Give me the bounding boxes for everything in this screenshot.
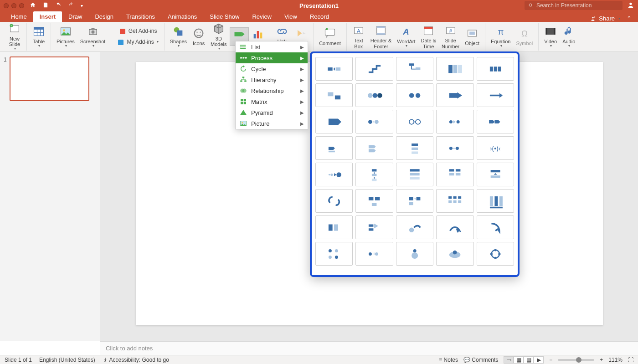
redo-icon[interactable] bbox=[68, 2, 74, 10]
undo-icon[interactable] bbox=[55, 2, 62, 10]
datetime-button[interactable]: Date & Time bbox=[418, 24, 439, 49]
tab-review[interactable]: Review bbox=[246, 11, 278, 22]
smartart-layout-option[interactable] bbox=[396, 189, 433, 213]
smartart-category-relationship[interactable]: Relationship▶ bbox=[236, 85, 308, 96]
object-button[interactable]: Object bbox=[462, 27, 482, 46]
smartart-layout-option[interactable] bbox=[396, 215, 433, 239]
tab-home[interactable]: Home bbox=[5, 11, 33, 22]
smartart-category-picture[interactable]: Picture▶ bbox=[236, 118, 308, 129]
slidenumber-button[interactable]: # Slide Number bbox=[439, 24, 462, 49]
smartart-layout-option[interactable] bbox=[396, 136, 433, 160]
smartart-layout-option[interactable] bbox=[436, 215, 473, 239]
language-status[interactable]: English (United States) bbox=[39, 357, 95, 363]
smartart-layout-option[interactable] bbox=[477, 242, 514, 266]
icons-button[interactable]: Icons bbox=[190, 27, 208, 46]
smartart-layout-option[interactable] bbox=[396, 163, 433, 186]
tab-draw[interactable]: Draw bbox=[62, 11, 88, 22]
smartart-layout-option[interactable]: + bbox=[355, 242, 393, 266]
smartart-layout-option[interactable] bbox=[315, 242, 353, 266]
smartart-category-matrix[interactable]: Matrix▶ bbox=[236, 96, 308, 107]
smartart-layout-option[interactable] bbox=[355, 83, 393, 107]
smartart-layout-option[interactable] bbox=[355, 215, 393, 239]
smartart-layout-option[interactable] bbox=[436, 163, 473, 186]
comment-button[interactable]: Comment bbox=[316, 27, 344, 46]
tab-record[interactable]: Record bbox=[304, 11, 335, 22]
smartart-layout-option[interactable] bbox=[315, 163, 353, 186]
smartart-layout-option[interactable] bbox=[477, 189, 514, 213]
smartart-layout-option[interactable] bbox=[436, 110, 473, 133]
smartart-category-list[interactable]: List▶ bbox=[236, 41, 308, 52]
video-button[interactable]: Video▾ bbox=[541, 25, 560, 48]
zoom-out-button[interactable]: − bbox=[549, 357, 552, 363]
window-controls[interactable] bbox=[4, 3, 24, 8]
wordart-button[interactable]: A WordArt▾ bbox=[394, 25, 418, 48]
comments-toggle[interactable]: 💬 Comments bbox=[463, 357, 498, 363]
fit-window-button[interactable]: ⛶ bbox=[628, 357, 633, 363]
qat-dropdown-icon[interactable]: ▾ bbox=[81, 3, 83, 8]
header-footer-button[interactable]: Header & Footer bbox=[368, 24, 394, 49]
zoom-level[interactable]: 111% bbox=[608, 357, 623, 363]
slideshow-view-button[interactable]: ▶ bbox=[534, 356, 544, 364]
smartart-layout-option[interactable] bbox=[436, 57, 473, 81]
tab-animations[interactable]: Animations bbox=[161, 11, 203, 22]
audio-button[interactable]: Audio▾ bbox=[560, 25, 578, 48]
get-addins-button[interactable]: Get Add-ins bbox=[114, 26, 161, 36]
tab-transitions[interactable]: Transitions bbox=[120, 11, 161, 22]
smartart-layout-option[interactable] bbox=[355, 189, 393, 213]
smartart-layout-option[interactable] bbox=[355, 136, 393, 160]
slide-counter[interactable]: Slide 1 of 1 bbox=[5, 357, 32, 363]
equation-button[interactable]: π Equation▾ bbox=[488, 25, 513, 48]
smartart-layout-option[interactable] bbox=[477, 110, 514, 133]
slide-thumbnails[interactable]: 1 bbox=[0, 52, 100, 341]
smartart-layout-option[interactable] bbox=[396, 242, 433, 266]
smartart-layout-option[interactable] bbox=[436, 189, 473, 213]
tab-design[interactable]: Design bbox=[88, 11, 119, 22]
smartart-layout-option[interactable] bbox=[436, 136, 473, 160]
smartart-layout-option[interactable] bbox=[315, 83, 353, 107]
smartart-layout-option[interactable] bbox=[436, 242, 473, 266]
smartart-category-process[interactable]: Process▶ bbox=[236, 52, 308, 63]
smartart-layout-option[interactable] bbox=[477, 57, 514, 81]
smartart-category-hierarchy[interactable]: Hierarchy▶ bbox=[236, 74, 308, 85]
smartart-layout-option[interactable] bbox=[355, 57, 393, 81]
smartart-layout-option[interactable] bbox=[315, 215, 353, 239]
reading-view-button[interactable]: ▤ bbox=[524, 356, 534, 364]
sorter-view-button[interactable]: ▦ bbox=[514, 356, 524, 364]
smartart-layout-option[interactable] bbox=[315, 57, 353, 81]
shapes-button[interactable]: Shapes▾ bbox=[167, 25, 190, 48]
smartart-layout-option[interactable] bbox=[396, 83, 433, 107]
zoom-in-button[interactable]: + bbox=[600, 357, 603, 363]
notes-toggle[interactable]: ≡ Notes bbox=[439, 357, 458, 363]
tab-slideshow[interactable]: Slide Show bbox=[203, 11, 246, 22]
smartart-layout-option[interactable] bbox=[436, 83, 473, 107]
smartart-layout-option[interactable] bbox=[477, 215, 514, 239]
my-addins-button[interactable]: My Add-ins▾ bbox=[114, 37, 161, 47]
accessibility-status[interactable]: Accessibility: Good to go bbox=[103, 357, 169, 363]
smartart-category-cycle[interactable]: Cycle▶ bbox=[236, 63, 308, 74]
smartart-category-pyramid[interactable]: Pyramid▶ bbox=[236, 107, 308, 118]
smartart-layout-option[interactable] bbox=[315, 136, 353, 160]
normal-view-button[interactable]: ▭ bbox=[504, 356, 514, 364]
smartart-layout-option[interactable] bbox=[477, 83, 514, 107]
slide-thumbnail-1[interactable] bbox=[10, 56, 89, 101]
pictures-button[interactable]: Pictures▾ bbox=[54, 25, 77, 48]
screenshot-button[interactable]: Screenshot▾ bbox=[77, 25, 108, 48]
textbox-button[interactable]: A Text Box bbox=[350, 24, 368, 49]
search-input[interactable]: Search in Presentation bbox=[525, 1, 623, 10]
save-icon[interactable] bbox=[42, 2, 49, 10]
zoom-slider[interactable] bbox=[558, 359, 594, 361]
new-slide-button[interactable]: + New Slide▾ bbox=[5, 22, 24, 51]
smartart-layout-option[interactable] bbox=[355, 110, 393, 133]
user-icon[interactable] bbox=[627, 1, 634, 10]
share-button[interactable]: Share ▾ ⌃ bbox=[590, 15, 633, 22]
smartart-layout-option[interactable] bbox=[396, 110, 433, 133]
smartart-layout-option[interactable] bbox=[477, 163, 514, 186]
collapse-ribbon-icon[interactable]: ⌃ bbox=[627, 15, 632, 22]
tab-view[interactable]: View bbox=[278, 11, 304, 22]
smartart-layout-option[interactable] bbox=[355, 163, 393, 186]
notes-pane[interactable]: Click to add notes bbox=[100, 341, 638, 355]
tab-insert[interactable]: Insert bbox=[33, 11, 62, 22]
table-button[interactable]: Table▾ bbox=[30, 25, 48, 48]
smartart-layout-option[interactable] bbox=[315, 110, 353, 133]
smartart-layout-option[interactable]: ›(•)‹ bbox=[477, 136, 514, 160]
